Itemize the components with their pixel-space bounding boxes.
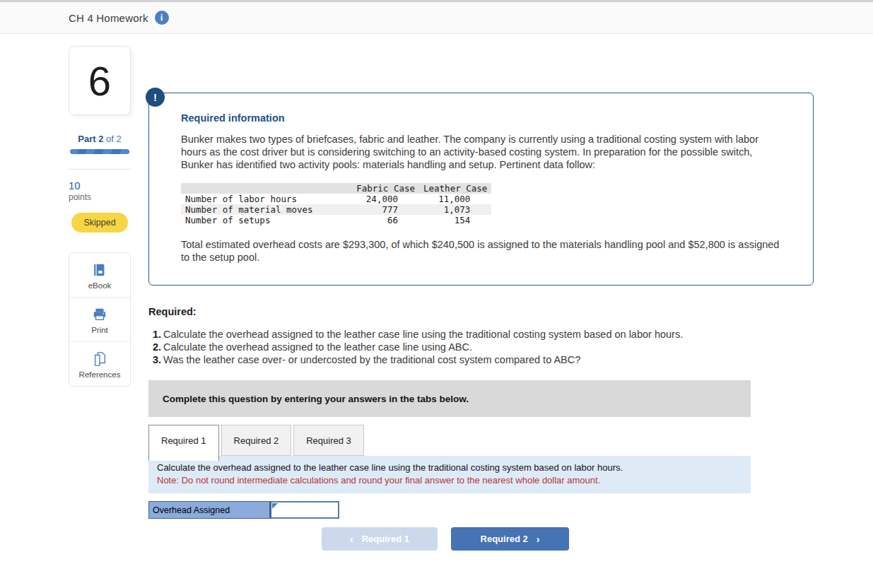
part-total: of 2 [103,134,121,144]
row-leather-value: 1,073 [419,204,491,215]
references-icon [69,351,130,367]
instruction-note: Note: Do not round intermediate calculat… [157,475,742,486]
complete-question-banner: Complete this question by entering your … [148,380,751,417]
tab-required-3[interactable]: Required 3 [293,425,364,456]
required-items-list: 1.Calculate the overhead assigned to the… [148,328,814,366]
row-label: Number of material moves [181,204,348,215]
chevron-left-icon: ‹ [350,534,353,545]
part-current: Part 2 [78,134,103,144]
table-row: Number of setups 66 154 [181,215,491,225]
item-text: Was the leather case over- or undercoste… [163,354,580,365]
print-icon [69,307,130,322]
required-item-1: 1.Calculate the overhead assigned to the… [148,328,814,341]
alert-icon: ! [146,88,165,107]
required-label: Required: [148,306,814,317]
tab-required-2[interactable]: Required 2 [221,425,292,456]
previous-tab-button: ‹ Required 1 [322,527,438,551]
row-fabric-value: 24,000 [348,194,419,204]
ebook-icon [69,262,130,278]
table-row: Number of material moves 777 1,073 [181,204,491,215]
row-label: Number of setups [181,215,348,225]
required-item-2: 2.Calculate the overhead assigned to the… [148,341,814,353]
answer-tabs: Required 1 Required 2 Required 3 [148,425,814,456]
status-badge: Skipped [71,213,127,233]
answer-row: Overhead Assigned [148,501,339,519]
table-header-blank [181,183,348,194]
item-number: 1. [153,329,161,340]
question-main: ! Required information Bunker makes two … [148,93,814,551]
overhead-assigned-label: Overhead Assigned [148,501,270,519]
references-label: References [69,370,130,379]
row-leather-value: 154 [419,215,491,225]
part-progress-bar [70,149,129,154]
ebook-label: eBook [69,281,130,290]
table-header-leather: Leather Case [419,183,491,194]
sidebar-divider [69,169,131,170]
points-label: points [69,192,131,202]
totals-text: Total estimated overhead costs are $293,… [181,238,783,264]
question-intro-text: Bunker makes two types of briefcases, fa… [181,133,783,171]
part-indicator: Part 2 of 2 [69,134,131,144]
question-number-card: 6 [69,46,131,115]
tab-instruction-box: Calculate the overhead assigned to the l… [148,456,751,493]
answer-cell [270,501,339,519]
assignment-header: CH 4 Homework i [0,2,873,34]
question-sidebar: 6 Part 2 of 2 10 points Skipped eBook Pr… [69,46,131,387]
pertinent-data-table: Fabric Case Leather Case Number of labor… [181,183,491,225]
references-button[interactable]: References [69,341,130,386]
item-number: 2. [153,341,161,353]
required-information-heading: Required information [181,112,783,124]
tab-navigation: ‹ Required 1 Required 2 › [148,527,814,551]
overhead-assigned-input[interactable] [271,502,338,517]
info-icon[interactable]: i [155,11,169,25]
row-fabric-value: 777 [348,204,419,215]
item-text: Calculate the overhead assigned to the l… [163,329,683,340]
ebook-button[interactable]: eBook [69,253,130,297]
table-row: Number of labor hours 24,000 11,000 [181,194,491,204]
required-item-3: 3.Was the leather case over- or undercos… [148,353,814,366]
item-text: Calculate the overhead assigned to the l… [163,341,472,353]
resource-tools-card: eBook Print References [69,252,131,387]
table-header-fabric: Fabric Case [348,183,419,194]
assignment-title: CH 4 Homework [69,12,148,24]
required-information-box: ! Required information Bunker makes two … [148,93,814,286]
next-tab-label: Required 2 [481,534,528,544]
points-value: 10 [69,180,131,192]
print-button[interactable]: Print [69,297,130,341]
row-leather-value: 11,000 [419,194,491,204]
row-label: Number of labor hours [181,194,348,204]
next-tab-button[interactable]: Required 2 › [451,527,569,551]
item-number: 3. [153,354,161,365]
print-label: Print [69,326,130,334]
chevron-right-icon: › [537,534,540,545]
instruction-text: Calculate the overhead assigned to the l… [157,462,742,474]
table-header-row: Fabric Case Leather Case [181,183,491,194]
row-fabric-value: 66 [348,215,419,225]
tab-required-1[interactable]: Required 1 [148,425,219,461]
previous-tab-label: Required 1 [362,534,409,544]
